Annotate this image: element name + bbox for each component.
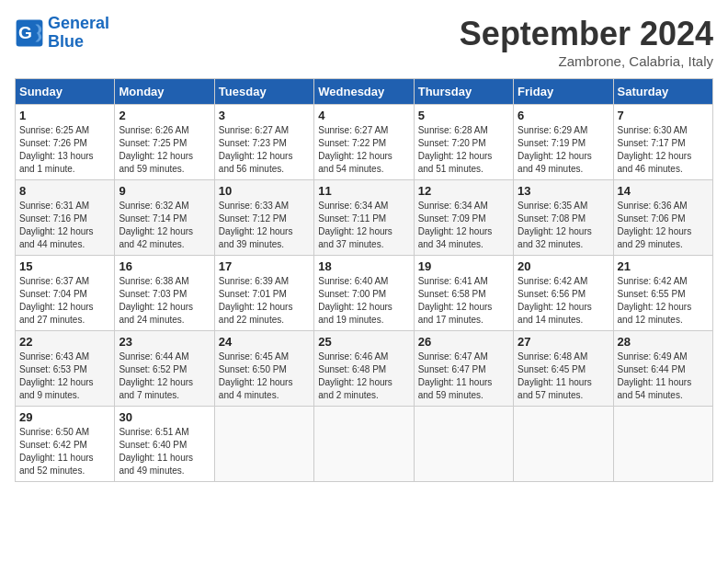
day-info: Sunrise: 6:50 AM Sunset: 6:42 PM Dayligh… [19, 426, 110, 477]
day-cell: 25Sunrise: 6:46 AM Sunset: 6:48 PM Dayli… [314, 331, 414, 407]
month-title: September 2024 [460, 15, 713, 53]
day-number: 21 [618, 259, 709, 273]
day-number: 29 [19, 410, 110, 424]
day-info: Sunrise: 6:34 AM Sunset: 7:09 PM Dayligh… [418, 200, 509, 251]
day-info: Sunrise: 6:51 AM Sunset: 6:40 PM Dayligh… [119, 426, 210, 477]
day-info: Sunrise: 6:37 AM Sunset: 7:04 PM Dayligh… [19, 275, 110, 327]
day-number: 17 [219, 259, 310, 273]
day-cell: 22Sunrise: 6:43 AM Sunset: 6:53 PM Dayli… [16, 331, 115, 407]
day-info: Sunrise: 6:33 AM Sunset: 7:12 PM Dayligh… [219, 200, 310, 251]
day-cell: 2Sunrise: 6:26 AM Sunset: 7:25 PM Daylig… [115, 105, 214, 180]
day-number: 23 [119, 335, 210, 349]
day-number: 7 [618, 109, 709, 122]
col-header-sunday: Sunday [16, 79, 115, 105]
day-cell [414, 407, 513, 482]
day-info: Sunrise: 6:48 AM Sunset: 6:45 PM Dayligh… [518, 350, 609, 402]
day-cell: 27Sunrise: 6:48 AM Sunset: 6:45 PM Dayli… [514, 331, 613, 407]
day-number: 26 [418, 335, 509, 349]
day-info: Sunrise: 6:28 AM Sunset: 7:20 PM Dayligh… [418, 124, 509, 176]
day-number: 18 [318, 259, 409, 273]
day-info: Sunrise: 6:26 AM Sunset: 7:25 PM Dayligh… [119, 124, 210, 176]
day-number: 24 [219, 335, 310, 349]
week-row-5: 29Sunrise: 6:50 AM Sunset: 6:42 PM Dayli… [16, 407, 713, 482]
subtitle: Zambrone, Calabria, Italy [460, 53, 713, 69]
day-info: Sunrise: 6:45 AM Sunset: 6:50 PM Dayligh… [219, 350, 310, 402]
week-row-4: 22Sunrise: 6:43 AM Sunset: 6:53 PM Dayli… [16, 331, 713, 407]
day-info: Sunrise: 6:25 AM Sunset: 7:26 PM Dayligh… [19, 124, 110, 176]
day-cell: 8Sunrise: 6:31 AM Sunset: 7:16 PM Daylig… [16, 180, 115, 256]
day-cell: 19Sunrise: 6:41 AM Sunset: 6:58 PM Dayli… [414, 256, 513, 331]
col-header-thursday: Thursday [414, 79, 513, 105]
day-cell: 28Sunrise: 6:49 AM Sunset: 6:44 PM Dayli… [613, 331, 712, 407]
day-number: 14 [618, 184, 709, 198]
day-cell: 7Sunrise: 6:30 AM Sunset: 7:17 PM Daylig… [613, 105, 712, 180]
day-number: 12 [418, 184, 509, 198]
day-number: 4 [318, 109, 409, 122]
day-info: Sunrise: 6:49 AM Sunset: 6:44 PM Dayligh… [618, 350, 709, 402]
day-number: 5 [418, 109, 509, 122]
day-cell: 9Sunrise: 6:32 AM Sunset: 7:14 PM Daylig… [115, 180, 214, 256]
day-number: 19 [418, 259, 509, 273]
day-info: Sunrise: 6:44 AM Sunset: 6:52 PM Dayligh… [119, 350, 210, 402]
day-info: Sunrise: 6:35 AM Sunset: 7:08 PM Dayligh… [518, 200, 609, 251]
logo: G General Blue [15, 15, 109, 52]
day-cell: 3Sunrise: 6:27 AM Sunset: 7:23 PM Daylig… [214, 105, 313, 180]
header-row: SundayMondayTuesdayWednesdayThursdayFrid… [16, 79, 713, 105]
day-info: Sunrise: 6:42 AM Sunset: 6:56 PM Dayligh… [518, 275, 609, 327]
day-number: 25 [318, 335, 409, 349]
day-number: 27 [518, 335, 609, 349]
day-cell [514, 407, 613, 482]
day-number: 11 [318, 184, 409, 198]
day-info: Sunrise: 6:42 AM Sunset: 6:55 PM Dayligh… [618, 275, 709, 327]
col-header-saturday: Saturday [613, 79, 712, 105]
day-info: Sunrise: 6:36 AM Sunset: 7:06 PM Dayligh… [618, 200, 709, 251]
week-row-3: 15Sunrise: 6:37 AM Sunset: 7:04 PM Dayli… [16, 256, 713, 331]
day-number: 9 [119, 184, 210, 198]
day-cell: 23Sunrise: 6:44 AM Sunset: 6:52 PM Dayli… [115, 331, 214, 407]
day-info: Sunrise: 6:39 AM Sunset: 7:01 PM Dayligh… [219, 275, 310, 327]
day-number: 1 [19, 109, 110, 122]
day-cell: 11Sunrise: 6:34 AM Sunset: 7:11 PM Dayli… [314, 180, 414, 256]
day-cell: 30Sunrise: 6:51 AM Sunset: 6:40 PM Dayli… [115, 407, 214, 482]
day-number: 8 [19, 184, 110, 198]
day-cell: 1Sunrise: 6:25 AM Sunset: 7:26 PM Daylig… [16, 105, 115, 180]
day-info: Sunrise: 6:41 AM Sunset: 6:58 PM Dayligh… [418, 275, 509, 327]
day-info: Sunrise: 6:32 AM Sunset: 7:14 PM Dayligh… [119, 200, 210, 251]
day-cell: 24Sunrise: 6:45 AM Sunset: 6:50 PM Dayli… [214, 331, 313, 407]
day-number: 15 [19, 259, 110, 273]
day-cell: 18Sunrise: 6:40 AM Sunset: 7:00 PM Dayli… [314, 256, 414, 331]
logo-text: General Blue [48, 15, 109, 52]
day-cell: 29Sunrise: 6:50 AM Sunset: 6:42 PM Dayli… [16, 407, 115, 482]
day-number: 30 [119, 410, 210, 424]
day-number: 20 [518, 259, 609, 273]
day-cell: 13Sunrise: 6:35 AM Sunset: 7:08 PM Dayli… [514, 180, 613, 256]
calendar-table: SundayMondayTuesdayWednesdayThursdayFrid… [15, 78, 713, 482]
logo-icon: G [15, 18, 44, 48]
col-header-monday: Monday [115, 79, 214, 105]
day-cell: 15Sunrise: 6:37 AM Sunset: 7:04 PM Dayli… [16, 256, 115, 331]
day-info: Sunrise: 6:38 AM Sunset: 7:03 PM Dayligh… [119, 275, 210, 327]
day-info: Sunrise: 6:31 AM Sunset: 7:16 PM Dayligh… [19, 200, 110, 251]
col-header-tuesday: Tuesday [214, 79, 313, 105]
day-info: Sunrise: 6:27 AM Sunset: 7:23 PM Dayligh… [219, 124, 310, 176]
header: G General Blue September 2024 Zambrone, … [15, 15, 713, 69]
day-number: 28 [618, 335, 709, 349]
day-cell [613, 407, 712, 482]
day-cell: 21Sunrise: 6:42 AM Sunset: 6:55 PM Dayli… [613, 256, 712, 331]
day-info: Sunrise: 6:30 AM Sunset: 7:17 PM Dayligh… [618, 124, 709, 176]
day-cell: 16Sunrise: 6:38 AM Sunset: 7:03 PM Dayli… [115, 256, 214, 331]
svg-text:G: G [18, 23, 32, 42]
day-info: Sunrise: 6:29 AM Sunset: 7:19 PM Dayligh… [518, 124, 609, 176]
day-cell: 5Sunrise: 6:28 AM Sunset: 7:20 PM Daylig… [414, 105, 513, 180]
day-cell: 12Sunrise: 6:34 AM Sunset: 7:09 PM Dayli… [414, 180, 513, 256]
day-info: Sunrise: 6:46 AM Sunset: 6:48 PM Dayligh… [318, 350, 409, 402]
day-info: Sunrise: 6:43 AM Sunset: 6:53 PM Dayligh… [19, 350, 110, 402]
day-cell: 6Sunrise: 6:29 AM Sunset: 7:19 PM Daylig… [514, 105, 613, 180]
week-row-1: 1Sunrise: 6:25 AM Sunset: 7:26 PM Daylig… [16, 105, 713, 180]
day-info: Sunrise: 6:34 AM Sunset: 7:11 PM Dayligh… [318, 200, 409, 251]
day-cell: 14Sunrise: 6:36 AM Sunset: 7:06 PM Dayli… [613, 180, 712, 256]
day-cell: 10Sunrise: 6:33 AM Sunset: 7:12 PM Dayli… [214, 180, 313, 256]
week-row-2: 8Sunrise: 6:31 AM Sunset: 7:16 PM Daylig… [16, 180, 713, 256]
day-number: 3 [219, 109, 310, 122]
day-cell: 20Sunrise: 6:42 AM Sunset: 6:56 PM Dayli… [514, 256, 613, 331]
